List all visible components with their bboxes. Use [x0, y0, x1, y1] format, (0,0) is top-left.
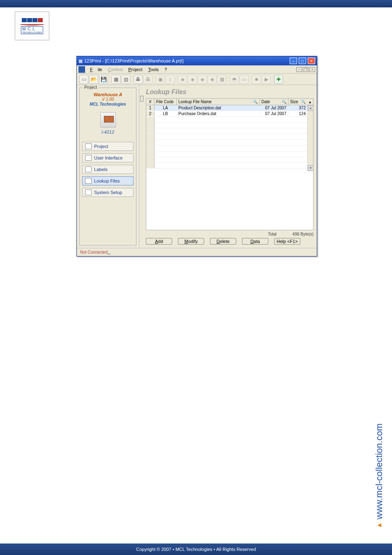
menu-tools[interactable]: Tools — [145, 67, 161, 72]
content-heading: Lookup Files — [146, 88, 314, 96]
mdi-system-icon[interactable] — [78, 66, 85, 73]
total-label: Total — [252, 232, 277, 236]
printer-icon — [100, 112, 116, 128]
titlebar: ▦ 123Print - [C:\123Print\Projects\Wareh… — [77, 56, 317, 65]
nav-system-label: System Setup — [94, 190, 122, 195]
save-icon[interactable]: 💾 — [99, 75, 108, 84]
menu-control: Control — [106, 67, 125, 72]
open-icon[interactable]: 📂 — [89, 75, 98, 84]
ui-nav-icon — [85, 155, 92, 161]
project-group: Project Warehouse A V 1.00 MCL Technolog… — [79, 88, 136, 245]
project-icon[interactable]: ▦ — [111, 75, 120, 84]
lookup-nav-icon — [85, 178, 92, 184]
scroll-header: ▴ — [307, 99, 313, 105]
col-date[interactable]: Date🔍 — [260, 99, 288, 105]
nav-lookup-files[interactable]: Lookup Files — [82, 176, 134, 185]
table-header: # File Code Lookup File Name🔍 Date🔍 Size… — [146, 99, 313, 105]
project-group-label: Project — [83, 85, 98, 90]
mdi-restore-button[interactable]: ❐ — [303, 67, 309, 72]
table-row[interactable]: 1 LA Product Description.dat 07 Jul 2007… — [146, 105, 313, 111]
tool-a-icon: ▣ — [156, 75, 165, 84]
copyright: Copyright © 2007 • MCL Technologies • Al… — [136, 547, 256, 552]
table-row[interactable]: 2 LB Purchase Orders.dat 07 Jul 2007 124 — [146, 111, 313, 117]
logo-small: TECHNOLOGIES — [22, 31, 42, 34]
project-vendor: MCL Technologies — [82, 102, 134, 106]
nav-labels[interactable]: Labels — [82, 165, 134, 174]
help-button[interactable]: Help <F1> — [274, 238, 300, 245]
stop-icon: ■ — [252, 75, 261, 84]
mcl-logo: M C L TECHNOLOGIES — [15, 12, 49, 40]
search-icon[interactable]: 🔍 — [282, 100, 286, 104]
monitor-icon: ▭ — [240, 75, 249, 84]
app-window: ▦ 123Print - [C:\123Print\Projects\Wareh… — [76, 56, 317, 257]
play-icon: ▶ — [262, 75, 271, 84]
logo-letters: M C L — [22, 27, 35, 31]
lookup-table: # File Code Lookup File Name🔍 Date🔍 Size… — [146, 98, 314, 230]
scroll-down-icon[interactable]: ▾ — [308, 165, 313, 171]
col-name[interactable]: Lookup File Name🔍 — [177, 99, 260, 105]
delete-button[interactable]: Delete — [210, 238, 236, 245]
status-left: Not Connected — [80, 250, 108, 254]
project-name: Warehouse A — [82, 92, 134, 97]
table-scrollbar[interactable]: ▴ ▾ — [307, 105, 313, 171]
menu-project[interactable]: Project — [126, 67, 145, 72]
toolbar: ▭ 📂 💾 ▦ ▤ 🖶 🖶 ▣ i ◈ ◈ ◈ ◈ ▦ ◓ ▭ ■ ▶ ✚ — [77, 74, 317, 85]
add-button[interactable]: Add — [146, 238, 172, 245]
system-nav-icon — [85, 190, 92, 195]
col-num[interactable]: # — [146, 99, 154, 105]
menubar: File Control Project Tools ? – ❐ × — [77, 65, 317, 74]
search-icon[interactable]: 🔍 — [301, 100, 306, 104]
screens-icon[interactable]: ▤ — [121, 75, 130, 84]
app-icon: ▦ — [78, 58, 83, 64]
data-button[interactable]: Data — [242, 238, 268, 245]
menu-help[interactable]: ? — [162, 67, 169, 72]
project-version: V 1.00 — [82, 97, 134, 102]
group5-icon: ▦ — [217, 75, 226, 84]
scroll-up-icon[interactable]: ▴ — [308, 105, 313, 111]
status-right: ∞ — [108, 248, 314, 256]
labels-nav-icon — [85, 166, 92, 172]
nav-project[interactable]: Project — [82, 142, 134, 151]
side-url: ▸ www.mcl-collection.com — [374, 423, 385, 530]
nav-ui-label: User Interface — [94, 155, 122, 160]
group1-icon: ◈ — [178, 75, 187, 84]
page-top-bar — [0, 0, 392, 7]
window-title: 123Print - [C:\123Print\Projects\Warehou… — [84, 58, 288, 63]
statusbar: Not Connected ∞ — [77, 248, 317, 256]
button-row: Add Modify Delete Data Help <F1> — [146, 238, 314, 245]
printer-settings-icon: 🖶 — [143, 75, 152, 84]
printer-model: I-4212 — [82, 130, 134, 134]
menu-file[interactable]: File — [88, 67, 105, 72]
nav-project-label: Project — [94, 144, 108, 149]
left-panel: Project Warehouse A V 1.00 MCL Technolog… — [77, 85, 139, 248]
nav-user-interface[interactable]: User Interface — [82, 153, 134, 162]
page-bottom-bar: Copyright © 2007 • MCL Technologies • Al… — [0, 543, 392, 555]
nav-system-setup[interactable]: System Setup — [82, 188, 134, 197]
mdi-close-button[interactable]: × — [309, 67, 315, 72]
printer-icon[interactable]: 🖶 — [134, 75, 143, 84]
search-icon[interactable]: 🔍 — [253, 100, 258, 104]
col-code[interactable]: File Code — [154, 99, 177, 105]
help-icon[interactable]: ✚ — [274, 75, 283, 84]
group4-icon: ◈ — [208, 75, 217, 84]
content-area: Lookup Files # File Code Lookup File Nam… — [143, 85, 317, 248]
group2-icon: ◈ — [188, 75, 197, 84]
nav-lookup-label: Lookup Files — [94, 178, 120, 183]
project-nav-icon — [85, 143, 92, 149]
nav-labels-label: Labels — [94, 167, 107, 172]
minimize-button[interactable]: – — [290, 58, 297, 64]
modify-button[interactable]: Modify — [178, 238, 204, 245]
maximize-button[interactable]: □ — [299, 58, 306, 64]
totals-row: Total 496 Byte(s) — [146, 232, 314, 236]
col-size[interactable]: Size🔍 — [288, 99, 307, 105]
close-button[interactable]: × — [308, 58, 315, 64]
group3-icon: ◈ — [198, 75, 207, 84]
new-icon[interactable]: ▭ — [79, 75, 88, 84]
table-body: 1 LA Product Description.dat 07 Jul 2007… — [146, 105, 313, 171]
mdi-minimize-button[interactable]: – — [296, 67, 302, 72]
clock-icon: ◓ — [230, 75, 239, 84]
splitter-handle[interactable] — [139, 85, 143, 248]
info-icon: i — [166, 75, 175, 84]
total-value: 496 Byte(s) — [285, 232, 314, 236]
